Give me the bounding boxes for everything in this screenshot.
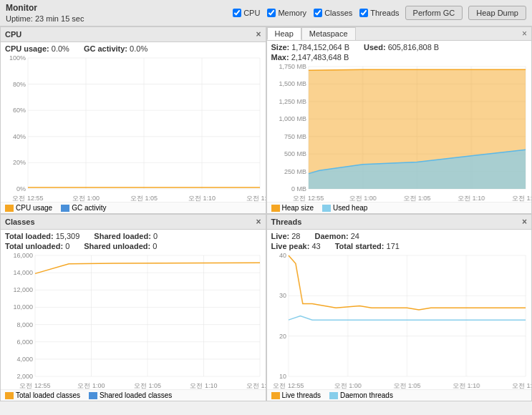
cpu-panel-title: CPU	[5, 30, 21, 39]
heap-used-stat: Used: 605,816,808 B	[364, 43, 439, 52]
classes-checkbox[interactable]	[314, 9, 322, 17]
app-header: Monitor Uptime: 23 min 15 sec CPU Memory…	[0, 0, 532, 26]
cpu-chart	[1, 55, 266, 202]
cpu-usage-legend-color	[5, 205, 14, 212]
cpu-usage-legend: CPU usage	[5, 204, 52, 212]
shared-unloaded-stat: Shared unloaded: 0	[84, 242, 157, 250]
gc-activity-legend-color	[61, 205, 69, 212]
shared-loaded-legend-label: Shared loaded classes	[100, 391, 172, 399]
gc-activity-legend: GC activity	[61, 204, 106, 212]
total-unloaded-stat: Total unloaded: 0	[5, 242, 69, 250]
memory-checkbox-item[interactable]: Memory	[267, 9, 306, 17]
memory-checkbox-label: Memory	[278, 9, 306, 17]
threads-panel-header: Threads ×	[267, 215, 532, 230]
classes-panel: Classes × Total loaded: 15,309 Shared lo…	[0, 214, 266, 401]
cpu-chart-area	[1, 55, 266, 202]
cpu-stats: CPU usage: 0.0% GC activity: 0.0%	[1, 42, 266, 55]
heap-size-legend-color	[271, 205, 280, 212]
classes-panel-title: Classes	[5, 218, 35, 226]
live-threads-legend-label: Live threads	[282, 391, 321, 399]
classes-legend: Total loaded classes Shared loaded class…	[1, 389, 266, 401]
heap-panel-close[interactable]: ×	[522, 29, 531, 39]
used-heap-legend-label: Used heap	[333, 204, 367, 212]
heap-max-stat: Max: 2,147,483,648 B	[271, 53, 349, 62]
threads-panel: Threads × Live: 28 Daemon: 24 Live peak:…	[266, 214, 533, 401]
shared-loaded-legend: Shared loaded classes	[89, 391, 172, 399]
live-peak-stat: Live peak: 43	[271, 242, 321, 250]
cpu-panel-header: CPU ×	[1, 27, 266, 42]
heap-panel: Heap Metaspace × Size: 1,784,152,064 B U…	[266, 26, 533, 214]
main-grid: CPU × CPU usage: 0.0% GC activity: 0.0% …	[0, 26, 532, 401]
cpu-checkbox-label: CPU	[243, 9, 260, 17]
classes-panel-close[interactable]: ×	[256, 217, 261, 227]
threads-stats: Live: 28 Daemon: 24 Live peak: 43 Total …	[267, 230, 532, 253]
classes-chart	[1, 253, 266, 389]
daemon-threads-legend: Daemon threads	[329, 391, 393, 399]
total-loaded-legend-label: Total loaded classes	[16, 391, 80, 399]
cpu-panel-close[interactable]: ×	[256, 29, 261, 39]
total-loaded-legend-color	[5, 392, 14, 399]
heap-chart-area	[267, 64, 532, 202]
classes-chart-area	[1, 253, 266, 389]
classes-checkbox-item[interactable]: Classes	[314, 9, 352, 17]
daemon-threads-legend-label: Daemon threads	[340, 391, 393, 399]
heap-size-legend: Heap size	[271, 204, 314, 212]
classes-stats: Total loaded: 15,309 Shared loaded: 0 To…	[1, 230, 266, 253]
threads-panel-close[interactable]: ×	[522, 217, 527, 227]
threads-chart	[267, 253, 532, 389]
heap-legend: Heap size Used heap	[267, 202, 532, 213]
heap-panel-header: Heap Metaspace ×	[267, 27, 532, 41]
threads-checkbox[interactable]	[359, 9, 368, 17]
uptime-label: Uptime: 23 min 15 sec	[6, 14, 84, 23]
cpu-checkbox[interactable]	[233, 9, 241, 17]
threads-panel-title: Threads	[271, 218, 302, 226]
memory-checkbox[interactable]	[267, 9, 276, 17]
heap-tabs: Heap Metaspace	[267, 27, 356, 40]
cpu-usage-legend-label: CPU usage	[16, 204, 52, 212]
threads-checkbox-item[interactable]: Threads	[359, 9, 399, 17]
shared-loaded-stat: Shared loaded: 0	[94, 232, 158, 240]
heap-dump-button[interactable]: Heap Dump	[468, 6, 526, 20]
live-threads-stat: Live: 28	[271, 232, 301, 240]
cpu-checkbox-item[interactable]: CPU	[233, 9, 260, 17]
cpu-panel: CPU × CPU usage: 0.0% GC activity: 0.0% …	[0, 26, 266, 214]
daemon-threads-legend-color	[329, 392, 338, 399]
heap-size-legend-label: Heap size	[282, 204, 314, 212]
header-left: Monitor Uptime: 23 min 15 sec	[6, 3, 84, 23]
checkbox-group: CPU Memory Classes Threads	[233, 9, 399, 17]
header-right: CPU Memory Classes Threads Perform GC He…	[233, 6, 526, 20]
app-title: Monitor	[6, 3, 84, 13]
threads-legend: Live threads Daemon threads	[267, 389, 532, 401]
classes-checkbox-label: Classes	[324, 9, 352, 17]
classes-panel-header: Classes ×	[1, 215, 266, 230]
total-loaded-legend: Total loaded classes	[5, 391, 80, 399]
threads-chart-area	[267, 253, 532, 389]
heap-stats: Size: 1,784,152,064 B Used: 605,816,808 …	[267, 41, 532, 64]
metaspace-tab[interactable]: Metaspace	[301, 27, 356, 40]
used-heap-legend-color	[322, 205, 331, 212]
heap-tab[interactable]: Heap	[267, 27, 301, 40]
heap-chart	[267, 64, 532, 202]
gc-activity-stat: GC activity: 0.0%	[84, 44, 147, 53]
cpu-legend: CPU usage GC activity	[1, 202, 266, 213]
used-heap-legend: Used heap	[322, 204, 367, 212]
daemon-threads-stat: Daemon: 24	[315, 232, 359, 240]
total-started-stat: Total started: 171	[335, 242, 400, 250]
live-threads-legend-color	[271, 392, 280, 399]
total-loaded-stat: Total loaded: 15,309	[5, 232, 79, 240]
perform-gc-button[interactable]: Perform GC	[405, 6, 463, 20]
heap-size-stat: Size: 1,784,152,064 B	[271, 43, 350, 52]
threads-checkbox-label: Threads	[370, 9, 399, 17]
gc-activity-legend-label: GC activity	[72, 204, 106, 212]
cpu-usage-stat: CPU usage: 0.0%	[5, 44, 69, 53]
shared-loaded-legend-color	[89, 392, 97, 399]
live-threads-legend: Live threads	[271, 391, 321, 399]
